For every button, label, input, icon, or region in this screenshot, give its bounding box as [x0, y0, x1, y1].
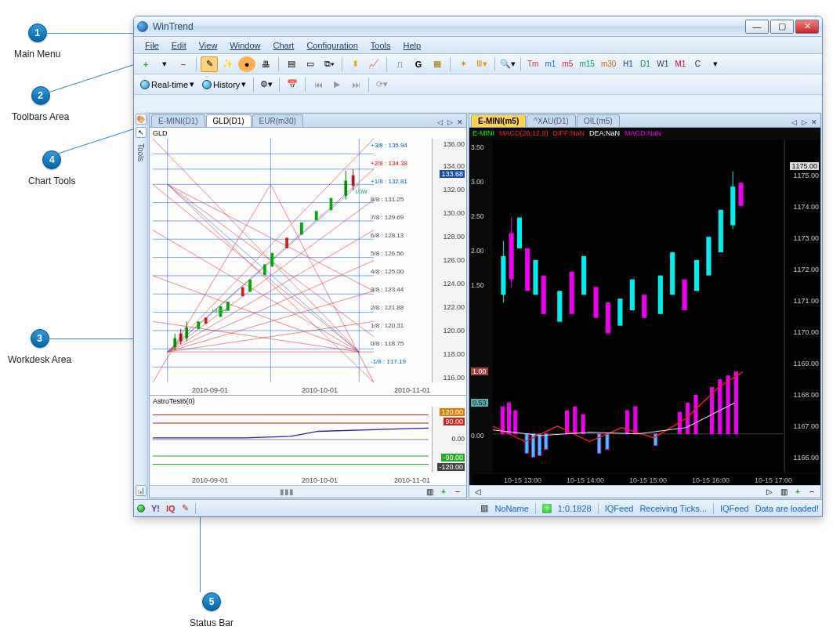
tf-C[interactable]: C: [690, 57, 705, 71]
tab-xau-d1[interactable]: ^XAU(D1): [527, 114, 576, 127]
x-tick: 2010-09-01: [192, 476, 228, 484]
footer-minus-icon[interactable]: –: [806, 487, 817, 497]
tab-emini-m5[interactable]: E-MINI(m5): [471, 114, 526, 127]
astro-svg[interactable]: [153, 407, 429, 472]
play-back-icon[interactable]: ⏮: [310, 77, 327, 92]
realtime-dropdown[interactable]: Real-time▾: [137, 79, 197, 89]
svg-rect-69: [525, 248, 530, 291]
history-dropdown[interactable]: History▾: [199, 79, 249, 89]
tb-g-icon[interactable]: G: [410, 56, 427, 72]
gld-chart-svg[interactable]: HIGH LOW: [153, 139, 374, 382]
play-fwd-icon[interactable]: ⏭: [347, 77, 364, 92]
tab-prev-icon[interactable]: ◁: [435, 118, 444, 127]
footer-prev-icon[interactable]: ◁: [472, 487, 483, 497]
rail-pointer-icon[interactable]: ↖: [136, 127, 147, 138]
magic-icon[interactable]: ✨: [219, 56, 237, 72]
tf-H1[interactable]: H1: [620, 57, 635, 71]
svg-rect-75: [593, 287, 598, 317]
tb-icon-b[interactable]: ▦: [429, 56, 446, 72]
doc-icon[interactable]: ▥: [480, 503, 488, 513]
list-icon[interactable]: ▤: [283, 56, 300, 72]
calendar-icon[interactable]: 📅: [284, 77, 301, 92]
svg-rect-74: [581, 256, 586, 295]
footer-plus-icon[interactable]: +: [792, 487, 803, 497]
tf-D1[interactable]: D1: [637, 57, 653, 71]
print-icon[interactable]: 🖶: [257, 56, 274, 72]
minimize-button[interactable]: —: [745, 20, 769, 34]
murrey-4: 4/8 : 125.00: [371, 268, 404, 275]
ind-tag: -120.00: [437, 463, 465, 471]
axis-tick: 126.00: [443, 256, 465, 264]
menu-window[interactable]: Window: [223, 39, 266, 52]
menu-view[interactable]: View: [193, 39, 224, 52]
titlebar[interactable]: WinTrend — ▢ ✕: [134, 16, 822, 37]
tab-next-icon[interactable]: ▷: [445, 118, 454, 127]
maximize-button[interactable]: ▢: [770, 20, 794, 34]
tf-m15[interactable]: m15: [577, 57, 596, 71]
status-feed1: IQFeed: [605, 504, 634, 513]
menu-help[interactable]: Help: [397, 39, 428, 52]
footer-minus-icon[interactable]: –: [452, 487, 463, 497]
axis-tick: 1172.00: [793, 266, 819, 273]
tf-drop-icon[interactable]: ▾: [707, 56, 724, 72]
menu-configuration[interactable]: Configuration: [300, 39, 364, 52]
trend-icon[interactable]: 📈: [365, 56, 382, 72]
cursor-icon[interactable]: ⬍: [346, 56, 364, 72]
iqfeed-icon[interactable]: IQ: [166, 504, 176, 513]
footer-plus-icon[interactable]: +: [438, 487, 449, 497]
rail-color-icon[interactable]: 🎨: [136, 114, 147, 125]
callout-3-label: Workdesk Area: [8, 354, 71, 365]
menubar: File Edit View Window Chart Configuratio…: [134, 37, 822, 54]
murrey-p3: +3/8 : 135.94: [371, 142, 407, 149]
dropdown-icon[interactable]: ▾: [156, 56, 173, 72]
tf-W1[interactable]: W1: [654, 57, 671, 71]
murrey-5: 5/8 : 126.56: [371, 250, 404, 257]
tf-Tm[interactable]: Tm: [525, 57, 541, 71]
tab-gld-d1[interactable]: GLD(D1): [206, 114, 252, 127]
zoom-icon[interactable]: 🔍▾: [499, 56, 516, 72]
tab-oil-m5[interactable]: OIL(m5): [577, 114, 620, 127]
sphere-icon[interactable]: ●: [238, 56, 255, 72]
tf-M1[interactable]: M1: [672, 57, 688, 71]
footer-page-icon[interactable]: ▥: [424, 487, 435, 497]
axis-tick: 1168.00: [793, 391, 819, 399]
footer-next-icon[interactable]: ▷: [764, 487, 775, 497]
rail-chart-icon[interactable]: 📊: [136, 485, 147, 496]
svg-rect-72: [557, 291, 562, 321]
tab-emini-d1[interactable]: E-MINI(D1): [151, 114, 205, 127]
refresh-icon[interactable]: ⟳▾: [373, 77, 390, 92]
window-icon[interactable]: ▭: [302, 56, 319, 72]
tf-m1[interactable]: m1: [542, 57, 558, 71]
tab-prev-icon[interactable]: ◁: [789, 118, 798, 127]
tab-next-icon[interactable]: ▷: [799, 118, 809, 127]
menu-file[interactable]: File: [139, 39, 165, 52]
chart-wizard-icon[interactable]: ✎: [201, 56, 218, 72]
tf-m5[interactable]: m5: [559, 57, 575, 71]
menu-edit[interactable]: Edit: [165, 39, 193, 52]
tab-eur-m30[interactable]: EUR(m30): [252, 114, 303, 127]
play-icon[interactable]: ▶: [328, 77, 346, 92]
tb-ind1-icon[interactable]: ✶: [454, 56, 472, 72]
close-button[interactable]: ✕: [795, 20, 819, 34]
tb-icon-a[interactable]: ⎍: [391, 56, 408, 72]
footer-page-icon[interactable]: ▥: [778, 487, 789, 497]
emini-chart-svg[interactable]: [493, 140, 783, 472]
settings-icon[interactable]: ⚙▾: [258, 77, 275, 92]
r-macd-label: MACD(26,12,9): [499, 129, 549, 137]
tf-m30[interactable]: m30: [599, 57, 618, 71]
svg-rect-68: [517, 218, 522, 248]
yahoo-icon[interactable]: Y!: [151, 504, 160, 513]
layout-icon[interactable]: ⧉▾: [320, 56, 338, 72]
axis-tick: 136.00: [443, 140, 465, 148]
chart-symbol-label: GLD: [153, 129, 168, 137]
tb-ind2-icon[interactable]: Ⅲ▾: [473, 56, 491, 72]
r-diff-label: DIFF:NaN: [553, 129, 585, 137]
menu-chart[interactable]: Chart: [266, 39, 300, 52]
menu-tools[interactable]: Tools: [364, 39, 397, 52]
tab-close-icon[interactable]: ✕: [809, 118, 819, 127]
tab-close-icon[interactable]: ✕: [455, 118, 465, 127]
callout-5: 5: [202, 592, 221, 611]
add-icon[interactable]: +: [137, 56, 154, 72]
remove-icon[interactable]: –: [175, 56, 192, 72]
brush-icon[interactable]: ✎: [182, 503, 189, 513]
